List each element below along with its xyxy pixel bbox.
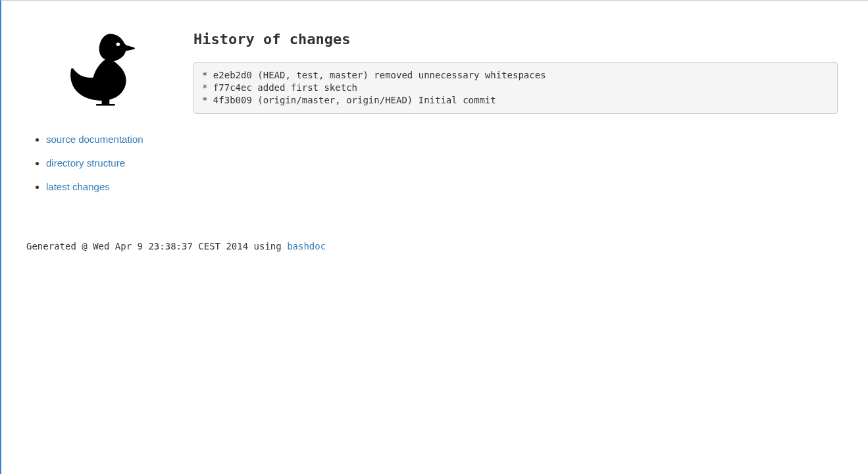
logo [28,27,172,115]
link-latest-changes[interactable]: latest changes [46,181,110,192]
duck-icon [57,27,143,115]
link-directory-structure[interactable]: directory structure [46,157,125,169]
nav-item-directory-structure: directory structure [46,157,172,169]
page-title: History of changes [193,31,838,47]
link-source-documentation[interactable]: source documentation [46,134,143,145]
page: source documentation directory structure… [1,1,868,205]
nav-item-latest-changes: latest changes [46,181,172,193]
nav-list: source documentation directory structure… [28,134,172,193]
link-bashdoc[interactable]: bashdoc [287,241,326,251]
sidebar: source documentation directory structure… [1,1,172,205]
footer-text: Generated @ Wed Apr 9 23:38:37 CEST 2014… [26,241,287,251]
nav-item-source-documentation: source documentation [46,134,172,145]
history-log: * e2eb2d0 (HEAD, test, master) removed u… [193,62,838,114]
main-content: History of changes * e2eb2d0 (HEAD, test… [172,1,868,205]
footer: Generated @ Wed Apr 9 23:38:37 CEST 2014… [26,241,326,251]
